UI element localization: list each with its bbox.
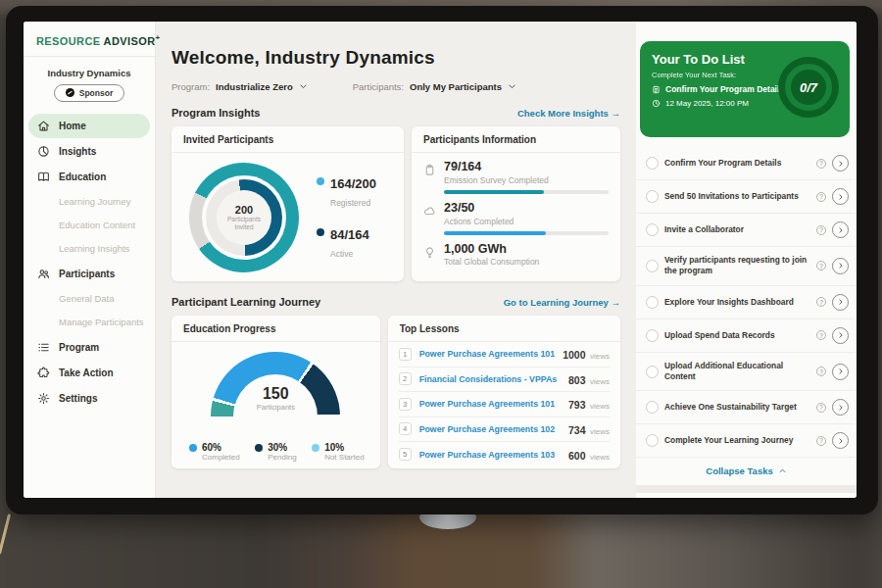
legend-label: Not Started — [324, 453, 364, 462]
consumption-icon — [423, 245, 436, 258]
task-label: Confirm Your Program Details — [664, 158, 810, 169]
education-progress-card: Education Progress 150 Participants 60% … — [172, 316, 380, 468]
task-open-button[interactable] — [832, 364, 849, 380]
donut-legend: 164/200Registered 84/164Active — [317, 174, 376, 261]
lesson-link[interactable]: Power Purchase Agreements 101 — [419, 349, 556, 359]
task-open-button[interactable] — [832, 155, 849, 172]
sidebar-item-learning-insights[interactable]: Learning Insights — [24, 237, 155, 261]
sidebar-item-program[interactable]: Program — [28, 335, 150, 360]
task-open-button[interactable] — [832, 294, 849, 311]
stat-label: Emission Survey Completed — [444, 175, 609, 185]
task-open-button[interactable] — [832, 399, 849, 416]
task-row: Send 50 Invitations to Participants — [636, 180, 857, 214]
task-checkbox[interactable] — [646, 401, 659, 414]
clock-icon — [652, 99, 661, 108]
lesson-link[interactable]: Power Purchase Agreements 103 — [419, 450, 561, 460]
stat-value: 23/50 — [444, 202, 609, 216]
participants-filter-label: Participants: — [353, 81, 404, 92]
collapse-tasks-link[interactable]: Collapse Tasks — [636, 458, 857, 485]
lesson-row: 5 Power Purchase Agreements 103 600 view… — [399, 442, 610, 467]
section-title: Participant Learning Journey — [172, 296, 320, 308]
lesson-views-suffix: views — [590, 352, 610, 361]
invited-participants-donut-chart: 200 Participants Invited — [189, 163, 299, 272]
task-open-button[interactable] — [832, 221, 849, 238]
task-checkbox[interactable] — [646, 366, 659, 378]
card-title: Invited Participants — [172, 126, 404, 153]
dashboard-screen: RESOURCE ADVISOR+ Industry Dynamics Spon… — [24, 22, 857, 498]
stat-value: 79/164 — [444, 161, 609, 174]
task-checkbox[interactable] — [646, 190, 659, 203]
legend-dot — [317, 177, 324, 185]
info-icon[interactable] — [816, 330, 826, 340]
lesson-views: 803 — [568, 374, 586, 386]
info-icon[interactable] — [816, 192, 826, 202]
task-checkbox[interactable] — [646, 260, 659, 272]
card-title: Top Lessons — [388, 316, 620, 342]
task-checkbox[interactable] — [646, 329, 659, 342]
task-label: Invite a Collaborator — [664, 224, 810, 235]
info-icon[interactable] — [816, 297, 826, 307]
invited-participants-body: 200 Participants Invited 164/200Register… — [172, 153, 404, 272]
page-title: Welcome, Industry Dynamics — [172, 47, 620, 69]
participants-filter[interactable]: Participants: Only My Participants — [353, 81, 516, 92]
sidebar-item-participants[interactable]: Participants — [28, 262, 150, 286]
sponsor-badge[interactable]: Sponsor — [54, 84, 124, 102]
sidebar-item-label: Education — [59, 172, 106, 182]
task-checkbox[interactable] — [646, 157, 659, 170]
task-checkbox[interactable] — [646, 434, 659, 447]
sidebar-item-general-data[interactable]: General Data — [24, 287, 155, 311]
lesson-row: 2 Financial Considerations - VPPAs 803 v… — [399, 368, 610, 393]
sidebar-item-manage-participants[interactable]: Manage Participants — [24, 311, 155, 334]
legend-dot — [312, 444, 319, 452]
sidebar-item-take-action[interactable]: Take Action — [28, 361, 150, 385]
lesson-link[interactable]: Financial Considerations - VPPAs — [419, 374, 561, 384]
sidebar-item-home[interactable]: Home — [28, 114, 150, 138]
organization-name: Industry Dynamics — [24, 68, 155, 78]
legend-value: 10% — [324, 442, 344, 453]
info-icon[interactable] — [816, 225, 826, 235]
sidebar-item-label: Program — [59, 342, 99, 353]
link-label: Go to Learning Journey — [504, 297, 609, 308]
sponsor-badge-label: Sponsor — [79, 88, 113, 98]
info-icon[interactable] — [816, 261, 826, 270]
gauge-center: 150 Participants — [172, 385, 380, 412]
invited-participants-card: Invited Participants 200 Participants In… — [172, 126, 404, 281]
check-more-insights-link[interactable]: Check More Insights → — [517, 108, 620, 119]
program-filter[interactable]: Program: Industrialize Zero — [172, 81, 308, 92]
program-icon — [37, 341, 50, 354]
info-icon[interactable] — [816, 159, 826, 169]
legend-registered: 164/200Registered — [317, 174, 376, 210]
legend-dot — [317, 228, 324, 236]
lesson-rank: 2 — [399, 372, 412, 385]
task-open-button[interactable] — [832, 188, 849, 205]
lesson-link[interactable]: Power Purchase Agreements 102 — [419, 424, 561, 434]
legend-value: 164/200 — [330, 176, 376, 191]
task-open-button[interactable] — [832, 327, 849, 344]
sidebar-item-education-content[interactable]: Education Content — [24, 214, 155, 237]
info-icon[interactable] — [816, 403, 826, 413]
sidebar-item-learning-journey[interactable]: Learning Journey — [24, 190, 155, 214]
task-checkbox[interactable] — [646, 223, 659, 236]
sidebar-item-label: Insights — [59, 146, 96, 157]
donut-center-label: Participants Invited — [223, 216, 265, 232]
lesson-link[interactable]: Power Purchase Agreements 101 — [419, 399, 561, 409]
legend-value: 84/164 — [330, 227, 369, 242]
info-icon[interactable] — [816, 436, 826, 446]
program-insights-header: Program Insights Check More Insights → — [172, 107, 620, 119]
participants-information-card: Participants Information 79/164 Emission… — [412, 126, 620, 281]
task-open-button[interactable] — [832, 432, 849, 449]
legend-value: 30% — [268, 442, 287, 453]
progress-fill-0 — [444, 190, 544, 194]
take-action-icon — [37, 367, 50, 379]
task-open-button[interactable] — [832, 258, 849, 274]
sidebar-item-education[interactable]: Education — [28, 165, 150, 189]
recent-news-card: Recent News — [638, 493, 855, 498]
stat-value: 1,000 GWh — [444, 243, 539, 257]
sidebar-item-settings[interactable]: Settings — [28, 386, 150, 411]
go-to-learning-journey-link[interactable]: Go to Learning Journey → — [504, 297, 620, 308]
sidebar-item-insights[interactable]: Insights — [28, 139, 150, 164]
info-icon[interactable] — [816, 367, 826, 376]
sponsor-icon — [66, 88, 74, 97]
survey-icon — [423, 163, 436, 175]
task-checkbox[interactable] — [646, 296, 659, 309]
